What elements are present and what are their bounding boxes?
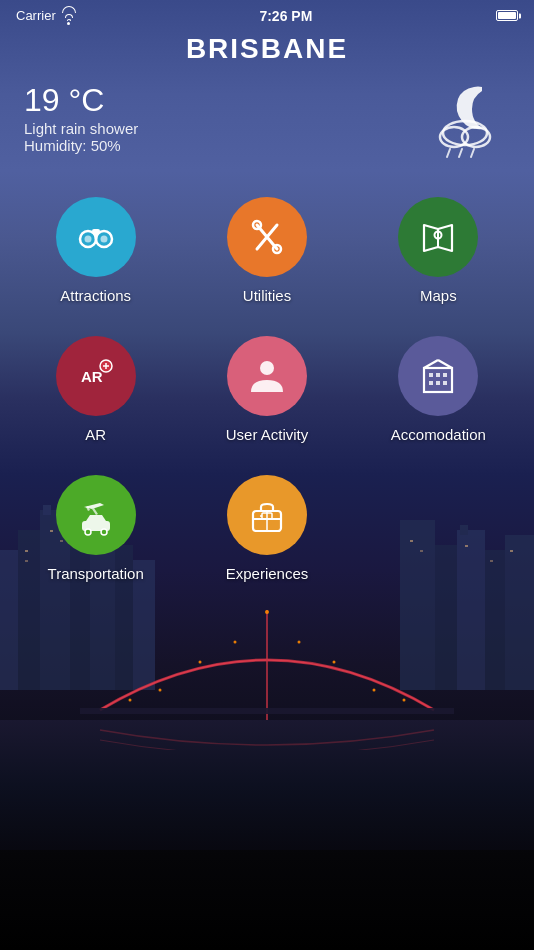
user-activity-icon-circle bbox=[227, 336, 307, 416]
svg-point-45 bbox=[84, 236, 91, 243]
svg-rect-66 bbox=[429, 381, 433, 385]
svg-point-32 bbox=[298, 641, 301, 644]
svg-point-35 bbox=[403, 699, 406, 702]
svg-rect-68 bbox=[443, 381, 447, 385]
svg-rect-26 bbox=[80, 708, 454, 714]
app-item-accommodation[interactable]: Accomodation bbox=[353, 324, 524, 463]
svg-text:AR: AR bbox=[81, 368, 103, 385]
app-item-transportation[interactable]: Transportation bbox=[10, 463, 181, 602]
svg-rect-64 bbox=[436, 373, 440, 377]
user-activity-label: User Activity bbox=[226, 426, 309, 443]
weather-section: 19 °C Light rain shower Humidity: 50% bbox=[0, 73, 534, 175]
svg-rect-67 bbox=[436, 381, 440, 385]
experiences-label: Experiences bbox=[226, 565, 309, 582]
app-container: Carrier 7:26 PM BRISBANE 19 °C Light rai… bbox=[0, 0, 534, 950]
app-grid-row2: AR AR User Activity bbox=[0, 324, 534, 463]
ar-icon-circle: AR bbox=[56, 336, 136, 416]
app-item-user-activity[interactable]: User Activity bbox=[181, 324, 352, 463]
svg-line-62 bbox=[438, 360, 452, 368]
svg-point-27 bbox=[129, 699, 132, 702]
svg-point-46 bbox=[100, 236, 107, 243]
humidity: Humidity: 50% bbox=[24, 137, 138, 154]
utilities-icon-circle bbox=[227, 197, 307, 277]
svg-point-31 bbox=[265, 610, 269, 614]
svg-line-40 bbox=[447, 149, 450, 157]
city-title: BRISBANE bbox=[0, 29, 534, 73]
transportation-icon bbox=[74, 493, 118, 537]
app-item-attractions[interactable]: Attractions bbox=[10, 185, 181, 324]
svg-line-41 bbox=[459, 149, 462, 157]
time-display: 7:26 PM bbox=[259, 8, 312, 24]
app-item-ar[interactable]: AR AR bbox=[10, 324, 181, 463]
svg-rect-47 bbox=[92, 229, 100, 233]
wifi-arc-large bbox=[62, 6, 76, 13]
maps-icon-circle bbox=[398, 197, 478, 277]
svg-point-34 bbox=[373, 689, 376, 692]
attractions-icon bbox=[74, 215, 118, 259]
temperature: 19 °C bbox=[24, 83, 138, 118]
svg-rect-60 bbox=[424, 368, 452, 392]
svg-point-29 bbox=[199, 661, 202, 664]
svg-point-59 bbox=[260, 361, 274, 375]
ar-label: AR bbox=[85, 426, 106, 443]
maps-label: Maps bbox=[420, 287, 457, 304]
attractions-icon-circle bbox=[56, 197, 136, 277]
app-item-experiences[interactable]: Experiences bbox=[181, 463, 352, 602]
transportation-icon-circle bbox=[56, 475, 136, 555]
svg-rect-63 bbox=[429, 373, 433, 377]
weather-info: 19 °C Light rain shower Humidity: 50% bbox=[24, 83, 138, 154]
weather-icon-wrap bbox=[420, 79, 510, 159]
svg-point-36 bbox=[443, 121, 487, 145]
app-grid-row1: Attractions Utilities bbox=[0, 175, 534, 324]
wifi-arc-small bbox=[67, 19, 71, 21]
svg-point-70 bbox=[85, 529, 91, 535]
svg-line-61 bbox=[424, 360, 438, 368]
transportation-label: Transportation bbox=[48, 565, 144, 582]
ar-icon: AR bbox=[74, 354, 118, 398]
experiences-icon bbox=[245, 493, 289, 537]
svg-point-71 bbox=[101, 529, 107, 535]
status-left: Carrier bbox=[16, 6, 76, 25]
utilities-label: Utilities bbox=[243, 287, 291, 304]
svg-point-28 bbox=[159, 689, 162, 692]
svg-point-30 bbox=[234, 641, 237, 644]
weather-description: Light rain shower bbox=[24, 120, 138, 137]
status-bar: Carrier 7:26 PM bbox=[0, 0, 534, 29]
wifi-icon bbox=[62, 6, 76, 25]
app-item-utilities[interactable]: Utilities bbox=[181, 185, 352, 324]
weather-icon bbox=[420, 79, 510, 159]
status-right bbox=[496, 10, 518, 21]
accommodation-icon-circle bbox=[398, 336, 478, 416]
wifi-arc-medium bbox=[65, 14, 73, 18]
maps-icon bbox=[416, 215, 460, 259]
utilities-icon bbox=[245, 215, 289, 259]
bridge-svg bbox=[0, 590, 534, 750]
user-activity-icon bbox=[245, 354, 289, 398]
app-grid-row3: Transportation Experiences bbox=[0, 463, 534, 602]
carrier-label: Carrier bbox=[16, 8, 56, 23]
battery-fill bbox=[498, 12, 516, 19]
experiences-icon-circle bbox=[227, 475, 307, 555]
svg-rect-65 bbox=[443, 373, 447, 377]
attractions-label: Attractions bbox=[60, 287, 131, 304]
accommodation-label: Accomodation bbox=[391, 426, 486, 443]
wifi-dot bbox=[67, 22, 70, 25]
app-item-maps[interactable]: Maps bbox=[353, 185, 524, 324]
accommodation-icon bbox=[416, 354, 460, 398]
battery-icon bbox=[496, 10, 518, 21]
svg-point-33 bbox=[333, 661, 336, 664]
svg-line-42 bbox=[471, 149, 474, 157]
app-grid-empty-slot bbox=[353, 463, 524, 602]
